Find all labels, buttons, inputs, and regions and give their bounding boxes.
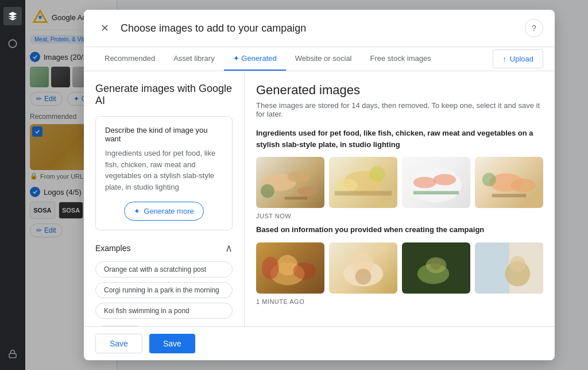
describe-label: Describe the kind of image you want: [105, 126, 223, 143]
generate-more-button[interactable]: ✦ Generate more: [124, 202, 203, 221]
svg-point-7: [297, 187, 318, 196]
svg-point-6: [261, 184, 274, 198]
upload-button[interactable]: ↑ Upload: [493, 49, 543, 68]
svg-rect-32: [475, 242, 509, 294]
food-image-2[interactable]: [329, 157, 397, 208]
first-timestamp: Just now: [256, 213, 543, 219]
tab-generated[interactable]: ✦ Generated: [224, 47, 286, 71]
svg-rect-12: [335, 191, 392, 196]
example-chip-1[interactable]: Orange cat with a scratching post: [95, 261, 233, 278]
generate-prompt-box: Describe the kind of image you want Ingr…: [95, 116, 233, 230]
help-icon: ?: [532, 24, 536, 33]
tab-generated-icon: ✦: [233, 54, 242, 63]
nav-icon-home[interactable]: [3, 7, 22, 25]
food-image-3[interactable]: [402, 157, 470, 208]
modal-right-panel: Generated images These images are stored…: [245, 71, 555, 326]
svg-point-35: [509, 256, 525, 272]
modal-tabs: Recommended Asset library ✦ Generated We…: [84, 47, 555, 71]
examples-collapse-icon[interactable]: ∧: [225, 242, 233, 255]
svg-point-5: [288, 171, 311, 183]
svg-point-18: [510, 179, 536, 192]
modal-header: ✕ Choose images to add to your campaign …: [84, 10, 555, 47]
cat-image-4[interactable]: [475, 242, 543, 294]
tab-asset-library[interactable]: Asset library: [164, 47, 224, 71]
generated-images-subtitle: These images are stored for 14 days, the…: [256, 101, 543, 118]
svg-point-11: [369, 166, 385, 182]
modal-body: Generate images with Google AI Describe …: [84, 71, 555, 326]
second-prompt-label: Based on information you provided when c…: [256, 224, 543, 236]
svg-point-0: [9, 40, 17, 48]
nav-icon-circle[interactable]: [3, 34, 22, 53]
modal-title: Choose images to add to your campaign: [121, 22, 518, 34]
save-filled-button[interactable]: Save: [149, 334, 195, 353]
svg-rect-16: [413, 191, 459, 195]
examples-header: Examples ∧: [95, 242, 233, 255]
svg-point-31: [431, 259, 442, 270]
modal-container: ✕ Choose images to add to your campaign …: [84, 10, 555, 360]
generate-title: Generate images with Google AI: [95, 83, 233, 107]
svg-rect-20: [492, 194, 527, 197]
generate-more-icon: ✦: [134, 207, 140, 215]
modal-overlay: ✕ Choose images to add to your campaign …: [25, 0, 588, 370]
tab-website-social[interactable]: Website or social: [286, 47, 361, 71]
modal-left-panel: Generate images with Google AI Describe …: [84, 71, 245, 326]
first-prompt-label: Ingredients used for pet food, like fish…: [256, 128, 543, 150]
nav-icon-lock[interactable]: [3, 345, 22, 363]
example-chip-2[interactable]: Corgi running in a park in the morning: [95, 282, 233, 298]
food-image-4[interactable]: [475, 157, 543, 208]
save-outline-button[interactable]: Save: [95, 334, 142, 353]
modal-footer: Save Save: [84, 326, 555, 360]
svg-point-14: [413, 177, 436, 188]
close-icon: ✕: [100, 22, 109, 34]
example-chip-3[interactable]: Koi fish swimming in a pond: [95, 303, 233, 319]
cat-image-3[interactable]: [402, 242, 470, 294]
tab-recommended[interactable]: Recommended: [95, 47, 164, 71]
cat-image-1[interactable]: [256, 242, 324, 294]
svg-point-24: [293, 262, 316, 279]
tab-free-stock[interactable]: Free stock images: [361, 47, 440, 71]
cat-image-2[interactable]: [329, 242, 397, 294]
modal-close-button[interactable]: ✕: [95, 19, 114, 37]
svg-rect-8: [285, 196, 308, 199]
svg-point-23: [262, 257, 279, 280]
left-nav-bar: [0, 0, 25, 370]
modal-help-button[interactable]: ?: [525, 19, 543, 37]
upload-icon: ↑: [502, 55, 506, 63]
svg-point-10: [335, 179, 358, 192]
svg-point-27: [355, 268, 372, 284]
svg-rect-1: [9, 353, 16, 357]
examples-section: Examples ∧ Orange cat with a scratching …: [95, 242, 233, 326]
second-timestamp: 1 minute ago: [256, 298, 543, 305]
second-image-grid: [256, 242, 543, 294]
svg-point-19: [482, 173, 496, 187]
examples-title: Examples: [95, 244, 130, 253]
svg-point-15: [434, 174, 457, 186]
first-image-grid: [256, 157, 543, 208]
describe-text: Ingredients used for pet food, like fish…: [105, 148, 223, 192]
modal-tab-actions: ↑ Upload: [493, 49, 543, 68]
main-content: Google Ads Meat, Protein, & Vita... Imag…: [25, 0, 588, 370]
generated-images-title: Generated images: [256, 83, 543, 98]
food-image-1[interactable]: [256, 157, 324, 208]
